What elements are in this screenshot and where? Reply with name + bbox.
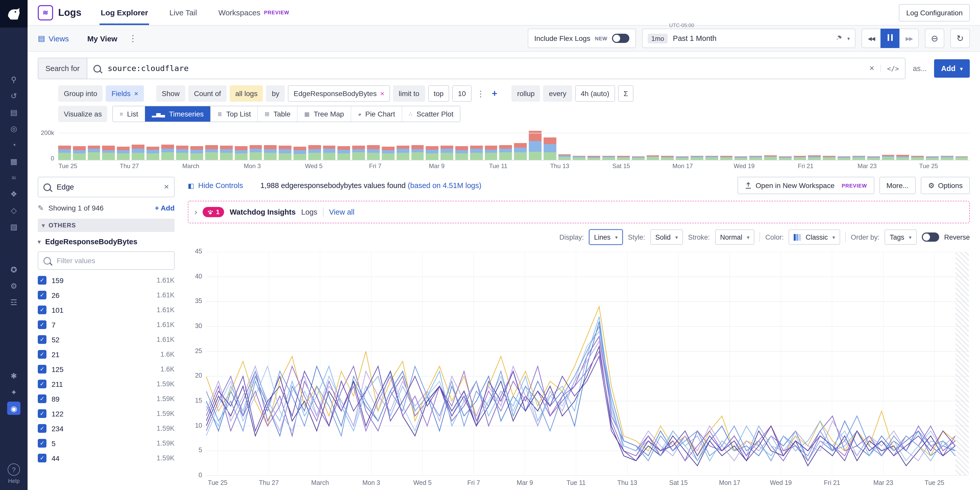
zoom-out-button[interactable]: ⊖ bbox=[925, 29, 944, 48]
mini-bar[interactable] bbox=[676, 130, 689, 160]
group-into-chip[interactable]: Group into bbox=[58, 85, 103, 102]
facet-value-row[interactable]: ✓1221.59K bbox=[38, 406, 175, 421]
facet-checkbox[interactable]: ✓ bbox=[38, 291, 46, 299]
mini-bar[interactable] bbox=[573, 130, 586, 160]
incidents-icon[interactable]: ✱ bbox=[7, 369, 21, 382]
mini-bar[interactable] bbox=[132, 130, 145, 160]
facet-checkbox[interactable]: ✓ bbox=[38, 439, 46, 448]
mini-bar[interactable] bbox=[646, 130, 659, 160]
tab-live-tail[interactable]: Live Tail bbox=[169, 0, 198, 25]
mini-bar[interactable] bbox=[735, 130, 748, 160]
facet-value-row[interactable]: ✓51.59K bbox=[38, 436, 175, 451]
mini-bar[interactable] bbox=[853, 130, 865, 160]
sigma-button[interactable]: Σ bbox=[618, 85, 633, 102]
facet-checkbox[interactable]: ✓ bbox=[38, 454, 46, 463]
count-of-chip[interactable]: Count of bbox=[188, 85, 227, 102]
order-by-select[interactable]: Tags▾ bbox=[885, 230, 916, 245]
mini-bar[interactable] bbox=[558, 130, 571, 160]
monitors-icon[interactable]: ◎ bbox=[7, 121, 21, 135]
clear-facet-search-icon[interactable]: × bbox=[164, 182, 169, 192]
query-kebab-icon[interactable]: ⋮ bbox=[474, 89, 487, 98]
search-icon[interactable]: ⚲ bbox=[7, 73, 21, 86]
log-configuration-button[interactable]: Log Configuration bbox=[899, 4, 970, 21]
mini-bar[interactable] bbox=[529, 130, 542, 160]
network-icon[interactable]: ≈ bbox=[7, 171, 21, 184]
refresh-button[interactable]: ↻ bbox=[950, 29, 970, 48]
watchdog-view-all-link[interactable]: View all bbox=[329, 208, 354, 216]
viz-option-pie-chart[interactable]: ◕Pie Chart bbox=[351, 106, 402, 121]
add-facet-button[interactable]: + Add bbox=[155, 204, 175, 212]
mini-bar[interactable] bbox=[897, 130, 909, 160]
mini-bar-chart[interactable] bbox=[58, 130, 970, 160]
mini-bar[interactable] bbox=[441, 130, 453, 160]
group-by-field-chip[interactable]: EdgeResponseBodyBytes × bbox=[288, 85, 390, 102]
viz-option-top-list[interactable]: ≣Top List bbox=[210, 106, 258, 121]
pause-button[interactable] bbox=[880, 29, 900, 48]
mini-bar[interactable] bbox=[264, 130, 277, 160]
mini-bar[interactable] bbox=[588, 130, 600, 160]
mini-bar[interactable] bbox=[661, 130, 674, 160]
mini-bar[interactable] bbox=[632, 130, 644, 160]
mini-bar[interactable] bbox=[293, 130, 306, 160]
viz-option-list[interactable]: ≡List bbox=[113, 106, 145, 121]
limit-to-chip[interactable]: limit to bbox=[393, 85, 425, 102]
clear-search-icon[interactable]: × bbox=[869, 63, 874, 73]
mini-bar[interactable] bbox=[926, 130, 939, 160]
mini-bar[interactable] bbox=[191, 130, 204, 160]
mini-bar[interactable] bbox=[455, 130, 468, 160]
facet-checkbox[interactable]: ✓ bbox=[38, 306, 46, 314]
mini-bar[interactable] bbox=[794, 130, 806, 160]
views-button[interactable]: ▤ Views bbox=[38, 34, 69, 43]
chevron-right-icon[interactable]: › bbox=[194, 207, 197, 217]
code-view-toggle-icon[interactable]: </> bbox=[880, 65, 899, 72]
color-select[interactable]: Classic▾ bbox=[789, 230, 840, 245]
mini-bar[interactable] bbox=[808, 130, 821, 160]
mini-bar[interactable] bbox=[411, 130, 424, 160]
time-range-picker[interactable]: UTC-05:00 1mo Past 1 Month ▾ bbox=[642, 29, 856, 48]
summary-logs-link[interactable]: (based on 4.51M logs) bbox=[408, 181, 482, 190]
facet-group-others[interactable]: ▾ OTHERS bbox=[38, 219, 175, 232]
facet-value-row[interactable]: ✓521.61K bbox=[38, 332, 175, 347]
fields-chip[interactable]: Fields × bbox=[106, 85, 144, 102]
mini-bar[interactable] bbox=[602, 130, 615, 160]
top-n-chip[interactable]: 10 bbox=[452, 85, 471, 102]
mini-bar[interactable] bbox=[102, 130, 115, 160]
mini-bar[interactable] bbox=[117, 130, 130, 160]
edit-icon[interactable]: ✎ bbox=[38, 204, 44, 212]
mini-bar[interactable] bbox=[705, 130, 718, 160]
mini-bar[interactable] bbox=[382, 130, 395, 160]
logs-icon[interactable]: ☲ bbox=[7, 295, 21, 309]
mini-bar[interactable] bbox=[352, 130, 365, 160]
facet-filter-input[interactable] bbox=[56, 256, 169, 265]
show-chip[interactable]: Show bbox=[156, 85, 185, 102]
stroke-select[interactable]: Normal▾ bbox=[715, 230, 755, 245]
facet-checkbox[interactable]: ✓ bbox=[38, 276, 46, 285]
mini-bar[interactable] bbox=[73, 130, 86, 160]
mini-bar[interactable] bbox=[690, 130, 703, 160]
add-query-icon[interactable]: + bbox=[490, 88, 499, 99]
bits-ai-icon[interactable]: ✦ bbox=[7, 385, 21, 399]
facet-value-row[interactable]: ✓2111.59K bbox=[38, 377, 175, 391]
mini-bar[interactable] bbox=[235, 130, 248, 160]
mini-bar[interactable] bbox=[323, 130, 336, 160]
infrastructure-icon[interactable]: ▦ bbox=[7, 154, 21, 168]
ci-pipelines-icon[interactable]: ⚙ bbox=[7, 279, 21, 292]
mini-bar[interactable] bbox=[205, 130, 218, 160]
mini-bar[interactable] bbox=[249, 130, 262, 160]
mini-bar[interactable] bbox=[308, 130, 321, 160]
facet-checkbox[interactable]: ✓ bbox=[38, 409, 46, 418]
mini-bar[interactable] bbox=[867, 130, 880, 160]
flex-logs-toggle[interactable] bbox=[612, 34, 629, 43]
by-chip[interactable]: by bbox=[266, 85, 285, 102]
mini-bar[interactable] bbox=[58, 130, 71, 160]
watchdog-insights-banner[interactable]: › 1 Watchdog Insights Logs View all bbox=[188, 201, 970, 223]
mini-bar[interactable] bbox=[882, 130, 894, 160]
mini-bar[interactable] bbox=[161, 130, 174, 160]
facet-value-row[interactable]: ✓71.61K bbox=[38, 317, 175, 332]
mini-bar[interactable] bbox=[470, 130, 483, 160]
interval-chip[interactable]: 4h (auto) bbox=[575, 85, 615, 102]
mini-bar[interactable] bbox=[396, 130, 409, 160]
tab-log-explorer[interactable]: Log Explorer bbox=[100, 0, 149, 25]
rollup-chip[interactable]: rollup bbox=[511, 85, 540, 102]
mini-bar[interactable] bbox=[88, 130, 100, 160]
